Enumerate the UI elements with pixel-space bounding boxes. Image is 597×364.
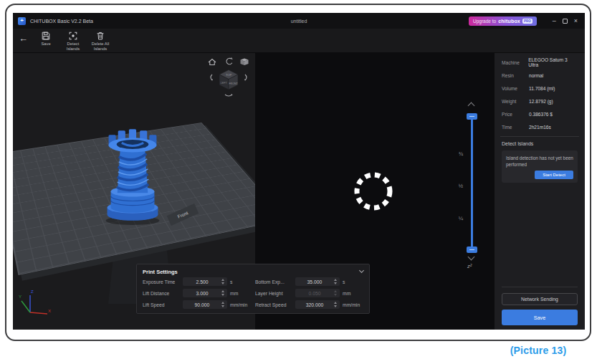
field-value[interactable]: 320.000 — [295, 302, 334, 307]
retract-speed-input[interactable]: 320.000 — [295, 300, 340, 309]
print-settings-panel: Print Settings Exposure Time 2.500 s Bot… — [136, 264, 370, 314]
lift-distance-input[interactable]: 3.000 — [183, 289, 227, 297]
stat-label: Weight — [502, 99, 529, 104]
front-label: Front — [177, 210, 189, 219]
save-icon — [41, 31, 51, 41]
field-value[interactable]: 35.000 — [295, 279, 334, 284]
bottom-exposure-input[interactable]: 35.000 — [295, 277, 340, 286]
detect-islands-message-box: Island detection has not yet been perfor… — [502, 150, 578, 183]
stat-row-resin: Resin normal — [502, 69, 578, 82]
cube-face-left-label: LEFT — [221, 82, 228, 85]
field-label: Lift Speed — [143, 302, 183, 307]
save-label: Save — [41, 42, 50, 47]
field-value[interactable]: 90.000 — [183, 302, 221, 307]
panel-divider — [502, 287, 578, 287]
lift-speed-input[interactable]: 90.000 — [183, 300, 227, 309]
stat-label: Price — [502, 112, 529, 117]
field-lift-speed: Lift Speed 90.000 mm/min — [143, 300, 251, 309]
stat-row-weight: Weight 12.8792 (g) — [502, 95, 578, 107]
layer-slider-handle-top[interactable] — [467, 113, 477, 120]
spinner-buttons[interactable] — [221, 300, 227, 309]
field-label: Exposure Time — [143, 279, 183, 284]
save-button[interactable]: Save — [502, 310, 578, 325]
stat-value: 2h21m16s — [529, 125, 551, 130]
field-unit: mm/min — [343, 302, 360, 307]
spinner-buttons[interactable] — [221, 277, 227, 286]
chitubox-window: + CHITUBOX Basic V2.2 Beta untitled Upgr… — [13, 13, 585, 330]
back-button[interactable]: ← — [19, 34, 28, 43]
chevron-down-icon[interactable] — [359, 268, 364, 273]
field-unit: mm/min — [230, 302, 247, 307]
detect-islands-message: Island detection has not yet been perfor… — [506, 155, 573, 168]
rotate-down-arrow-icon — [225, 94, 233, 96]
reset-rotation-icon — [226, 57, 233, 64]
layer-height-input: 0.050 — [295, 289, 340, 297]
panel-divider — [500, 136, 579, 137]
pro-badge: PRO — [522, 19, 532, 24]
field-bottom-exposure: Bottom Exp... 35.000 s — [255, 277, 363, 286]
axis-y-label: Y — [19, 294, 22, 299]
spinner-buttons[interactable] — [221, 289, 227, 297]
stat-value: 12.8792 (g) — [529, 99, 553, 104]
upgrade-to-pro-button[interactable]: Upgrade to chitubox PRO — [469, 16, 537, 26]
stat-label: Time — [502, 125, 529, 130]
rotate-right-arrow-icon — [244, 75, 247, 80]
stat-row-price: Price 0.386376 $ — [502, 107, 578, 120]
spinner-buttons[interactable] — [334, 300, 340, 309]
field-label: Layer Height — [255, 291, 295, 296]
delete-all-islands-button[interactable]: Delete AllIslands — [87, 31, 114, 52]
stat-row-volume: Volume 11.7084 (ml) — [502, 82, 578, 95]
stat-row-machine: Machine ELEGOO Saturn 3 Ultra — [502, 56, 578, 69]
field-unit: mm — [230, 291, 238, 296]
detect-islands-button[interactable]: DetectIslands — [59, 31, 87, 52]
field-exposure-time: Exposure Time 2.500 s — [143, 277, 251, 286]
field-label: Lift Distance — [143, 291, 183, 296]
layer-slider-track[interactable] — [471, 116, 473, 252]
layer-up-button[interactable] — [468, 102, 475, 110]
stat-value: 11.7084 (ml) — [529, 86, 555, 91]
slider-label-quarter: ¼ — [449, 215, 463, 221]
layer-slider-handle-bottom[interactable] — [467, 246, 477, 253]
loading-spinner-icon — [352, 170, 395, 213]
field-retract-speed: Retract Speed 320.000 mm/min — [255, 300, 363, 309]
rotate-left-arrow-icon — [211, 75, 213, 80]
cube-face-front-label: FRONT — [229, 82, 238, 85]
exposure-time-input[interactable]: 2.500 — [183, 277, 227, 286]
save-file-button[interactable]: Save — [32, 31, 59, 47]
spinner-buttons — [334, 289, 340, 297]
chitubox-logo-icon: + — [18, 17, 26, 25]
close-button[interactable]: × — [574, 18, 578, 24]
field-value: 0.050 — [295, 291, 334, 296]
nav-cube-widget[interactable]: TOP LEFT FRONT — [205, 55, 252, 100]
model-rook[interactable] — [90, 119, 175, 228]
maximize-button[interactable] — [563, 19, 568, 24]
chitubox-brand-label: chitubox — [498, 19, 520, 24]
minimize-button[interactable]: – — [553, 18, 556, 24]
start-detect-button[interactable]: Start Detect — [535, 171, 573, 179]
layer-jump-icon[interactable]: z² — [467, 263, 472, 269]
slider-label-three-quarters: ¾ — [449, 150, 463, 157]
upgrade-label: Upgrade to — [473, 19, 496, 24]
field-value[interactable]: 3.000 — [183, 291, 221, 296]
title-bar: + CHITUBOX Basic V2.2 Beta untitled Upgr… — [13, 13, 585, 29]
toolbar: ← Save DetectIslands Delete AllIslands — [13, 29, 585, 53]
layer-down-button[interactable] — [468, 254, 475, 261]
home-view-icon — [209, 59, 216, 65]
spinner-buttons[interactable] — [334, 277, 340, 286]
field-unit: s — [343, 279, 345, 284]
axis-indicator: Z X Y — [19, 287, 52, 320]
field-lift-distance: Lift Distance 3.000 mm — [143, 289, 251, 297]
app-title: CHITUBOX Basic V2.2 Beta — [30, 19, 93, 24]
slider-label-half: ½ — [449, 183, 463, 189]
stat-value: ELEGOO Saturn 3 Ultra — [528, 57, 578, 67]
field-label: Retract Speed — [255, 302, 295, 307]
delete-all-islands-label: Delete AllIslands — [92, 42, 110, 52]
axis-x-label: X — [48, 309, 51, 313]
field-layer-height: Layer Height 0.050 mm — [255, 289, 363, 297]
stat-row-time: Time 2h21m16s — [502, 120, 578, 133]
stat-label: Volume — [502, 86, 529, 91]
detect-islands-icon — [68, 31, 78, 41]
stat-label: Resin — [502, 73, 529, 78]
field-value[interactable]: 2.500 — [183, 279, 221, 284]
network-sending-button[interactable]: Network Sending — [502, 293, 578, 305]
